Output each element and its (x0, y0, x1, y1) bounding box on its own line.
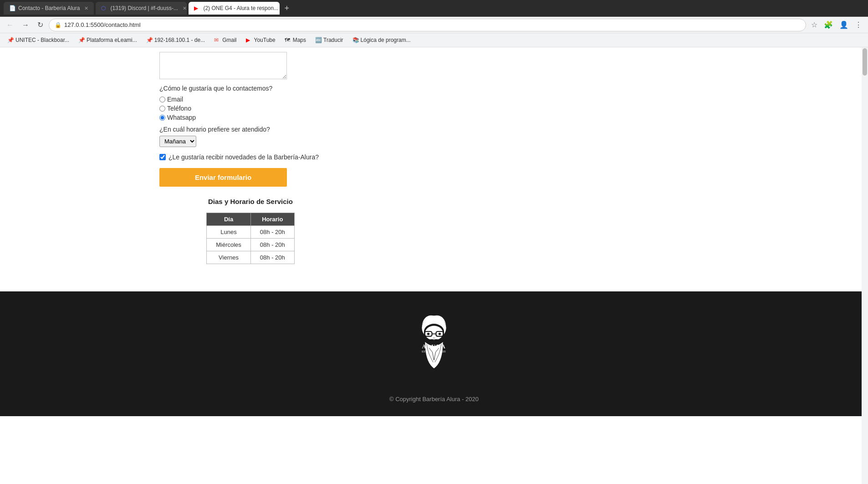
bookmark-label-youtube: YouTube (254, 37, 276, 43)
message-textarea[interactable] (159, 52, 287, 79)
bookmark-label-unitec: UNITEC - Blackboar... (15, 37, 69, 43)
newsletter-checkbox[interactable] (159, 154, 166, 160)
schedule-day-miercoles: Miércoles (207, 239, 251, 251)
tab-alura[interactable]: ▶ (2) ONE G4 - Alura te respon... ✕ (189, 2, 280, 15)
bookmark-label-gmail: Gmail (222, 37, 236, 43)
newsletter-row: ¿Le gustaría recibir novedades de la Bar… (159, 153, 342, 161)
extensions-button[interactable]: 🧩 (822, 19, 835, 31)
alura-logo-svg: ALURA ESTD 2020 (407, 310, 461, 382)
tab-discord[interactable]: ⬡ (1319) Discord | #f-duuss-... ✕ (96, 2, 187, 15)
radio-telefono-label[interactable]: Teléfono (159, 105, 342, 112)
browser-chrome: 📄 Contacto - Barbería Alura ✕ ⬡ (1319) D… (0, 0, 868, 47)
radio-telefono-text: Teléfono (167, 105, 191, 112)
schedule-row-lunes: Lunes 08h - 20h (207, 226, 295, 239)
svg-point-8 (427, 333, 429, 335)
schedule-question: ¿En cuál horario prefiere ser atendido? (159, 126, 342, 133)
bookmark-icon-unitec: 📌 (7, 37, 14, 43)
bookmark-label-traducir: Traducir (323, 37, 343, 43)
bookmark-label-maps: Maps (293, 37, 306, 43)
bookmark-icon-plataforma: 📌 (78, 37, 85, 43)
schedule-row-miercoles: Miércoles 08h - 20h (207, 239, 295, 251)
contact-question: ¿Cómo le gustaría que lo contactemos? (159, 85, 342, 92)
bookmark-youtube[interactable]: ▶ YouTube (242, 36, 279, 45)
radio-whatsapp[interactable] (159, 115, 165, 121)
schedule-row-viernes: Viernes 08h - 20h (207, 251, 295, 264)
schedule-hours-viernes: 08h - 20h (250, 251, 294, 264)
bookmark-icon-youtube: ▶ (246, 37, 252, 43)
schedule-col-horario: Horario (250, 213, 294, 226)
bookmark-label-192: 192-168.100.1 - de... (154, 37, 205, 43)
tab-label-3: (2) ONE G4 - Alura te respon... (203, 5, 278, 11)
radio-email-label[interactable]: Email (159, 96, 342, 103)
schedule-section-title: Dias y Horario de Servicio (159, 198, 342, 205)
radio-email[interactable] (159, 97, 165, 102)
svg-point-10 (433, 337, 435, 339)
address-bar[interactable]: 🔒 127.0.0.1:5500/contacto.html (49, 19, 806, 31)
svg-point-9 (439, 333, 441, 335)
bookmark-label-plataforma: Plataforma eLeami... (87, 37, 137, 43)
tab-label-2: (1319) Discord | #f-duuss-... (110, 5, 178, 11)
bookmark-unitec[interactable]: 📌 UNITEC - Blackboar... (4, 36, 73, 45)
forward-button[interactable]: → (19, 19, 32, 31)
tab-bar: 📄 Contacto - Barbería Alura ✕ ⬡ (1319) D… (0, 0, 868, 16)
schedule-table: Día Horario Lunes 08h - 20h Miércoles 08… (206, 213, 295, 264)
tab-close-2[interactable]: ✕ (183, 5, 187, 11)
back-button[interactable]: ← (4, 19, 16, 31)
bookmarks-bar: 📌 UNITEC - Blackboar... 📌 Plataforma eLe… (0, 33, 868, 47)
schedule-header-row: Día Horario (207, 213, 295, 226)
submit-button[interactable]: Enviar formulario (159, 168, 287, 187)
content-area: ¿Cómo le gustaría que lo contactemos? Em… (0, 47, 342, 264)
bookmark-logica[interactable]: 📚 Lógica de program... (349, 36, 414, 45)
new-tab-button[interactable]: + (281, 4, 292, 13)
nav-actions: ☆ 🧩 👤 ⋮ (809, 19, 864, 31)
bookmark-traducir[interactable]: 🔤 Traducir (311, 36, 347, 45)
contact-radio-group: Email Teléfono Whatsapp (159, 96, 342, 121)
radio-whatsapp-label[interactable]: Whatsapp (159, 114, 342, 121)
bookmark-maps[interactable]: 🗺 Maps (281, 36, 310, 45)
reload-button[interactable]: ↻ (35, 19, 46, 31)
bookmark-192[interactable]: 📌 192-168.100.1 - de... (143, 36, 209, 45)
bookmark-icon-192: 📌 (146, 37, 153, 43)
menu-button[interactable]: ⋮ (853, 19, 864, 31)
newsletter-label[interactable]: ¿Le gustaría recibir novedades de la Bar… (168, 153, 319, 161)
schedule-col-dia: Día (207, 213, 251, 226)
radio-telefono[interactable] (159, 106, 165, 112)
bookmark-gmail[interactable]: ✉ Gmail (210, 36, 240, 45)
bookmark-icon-gmail: ✉ (214, 37, 220, 43)
schedule-hours-miercoles: 08h - 20h (250, 239, 294, 251)
schedule-select[interactable]: Mañana Tarde Noche (159, 136, 196, 147)
schedule-day-viernes: Viernes (207, 251, 251, 264)
tab-close-1[interactable]: ✕ (84, 5, 88, 11)
schedule-hours-lunes: 08h - 20h (250, 226, 294, 239)
tab-favicon-1: 📄 (9, 5, 15, 11)
bookmark-icon-traducir: 🔤 (315, 37, 322, 43)
profile-button[interactable]: 👤 (837, 19, 851, 31)
tab-favicon-3: ▶ (194, 5, 200, 11)
footer: ALURA ESTD 2020 © Copyright Barbería Alu… (0, 291, 868, 416)
scrollbar[interactable] (862, 47, 868, 416)
tab-favicon-2: ⬡ (101, 5, 107, 11)
footer-copyright: © Copyright Barbería Alura - 2020 (389, 396, 479, 402)
radio-email-text: Email (167, 96, 183, 103)
scrollbar-thumb[interactable] (863, 48, 867, 76)
tab-label-1: Contacto - Barbería Alura (18, 5, 80, 11)
bookmark-plataforma[interactable]: 📌 Plataforma eLeami... (75, 36, 141, 45)
address-text: 127.0.0.1:5500/contacto.html (64, 21, 800, 28)
page-wrapper: ¿Cómo le gustaría que lo contactemos? Em… (0, 47, 868, 416)
schedule-day-lunes: Lunes (207, 226, 251, 239)
lock-icon: 🔒 (55, 22, 61, 28)
radio-whatsapp-text: Whatsapp (167, 114, 196, 121)
nav-bar: ← → ↻ 🔒 127.0.0.1:5500/contacto.html ☆ 🧩… (0, 16, 868, 33)
bookmark-icon-maps: 🗺 (285, 37, 291, 43)
tab-contacto[interactable]: 📄 Contacto - Barbería Alura ✕ (4, 2, 94, 15)
footer-logo: ALURA ESTD 2020 (407, 310, 461, 384)
bookmark-star-button[interactable]: ☆ (809, 19, 820, 31)
bookmark-icon-logica: 📚 (352, 37, 359, 43)
bookmark-label-logica: Lógica de program... (361, 37, 411, 43)
